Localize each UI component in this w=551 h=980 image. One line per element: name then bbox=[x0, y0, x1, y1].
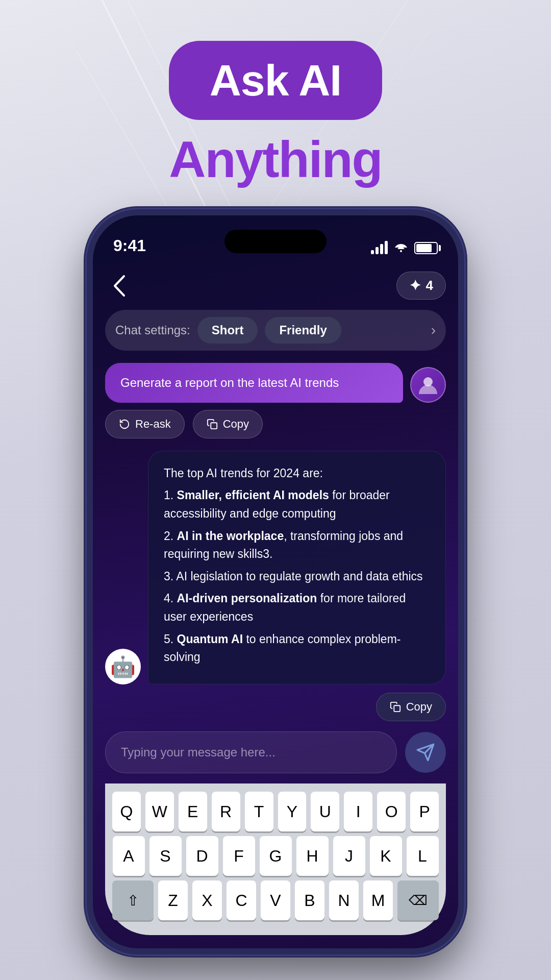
key-p[interactable]: P bbox=[410, 792, 439, 831]
dynamic-island bbox=[224, 230, 327, 253]
key-j[interactable]: J bbox=[333, 836, 365, 876]
key-c[interactable]: C bbox=[227, 880, 256, 920]
content-area: ✦ 4 Chat settings: Short Friendly › Gene… bbox=[93, 261, 458, 948]
sparkle-icon: ✦ bbox=[409, 277, 421, 294]
copy-button-bottom[interactable]: Copy bbox=[376, 693, 446, 721]
svg-rect-6 bbox=[211, 423, 217, 429]
key-u[interactable]: U bbox=[311, 792, 339, 831]
key-delete[interactable]: ⌫ bbox=[397, 880, 439, 920]
copy-button-top[interactable]: Copy bbox=[193, 410, 263, 438]
key-z[interactable]: Z bbox=[158, 880, 188, 920]
keyboard-row-1: Q W E R T Y U I O P bbox=[112, 792, 439, 831]
ai-response-area: 🤖 The top AI trends for 2024 are: 1. Sma… bbox=[105, 451, 446, 684]
user-message-area: Generate a report on the latest AI trend… bbox=[105, 363, 446, 403]
settings-chip-short[interactable]: Short bbox=[197, 317, 258, 344]
key-h[interactable]: H bbox=[296, 836, 329, 876]
top-row: ✦ 4 bbox=[105, 266, 446, 310]
key-g[interactable]: G bbox=[260, 836, 292, 876]
phone-container: 9:41 bbox=[0, 209, 551, 954]
input-placeholder: Typing your message here... bbox=[121, 745, 276, 759]
message-input[interactable]: Typing your message here... bbox=[105, 731, 397, 773]
keyboard: Q W E R T Y U I O P A S D bbox=[105, 783, 446, 935]
back-button[interactable] bbox=[105, 272, 133, 300]
key-l[interactable]: L bbox=[407, 836, 439, 876]
key-y[interactable]: Y bbox=[278, 792, 307, 831]
user-message-bubble: Generate a report on the latest AI trend… bbox=[105, 363, 403, 403]
key-w[interactable]: W bbox=[145, 792, 174, 831]
ai-response-item-5: 5. Quantum AI to enhance complex problem… bbox=[164, 630, 430, 667]
status-icons bbox=[371, 241, 438, 255]
battery-icon bbox=[414, 242, 438, 254]
key-x[interactable]: X bbox=[192, 880, 222, 920]
ai-avatar: 🤖 bbox=[105, 649, 141, 684]
ai-response-item-4: 4. AI-driven personalization for more ta… bbox=[164, 590, 430, 626]
ask-ai-badge: Ask AI bbox=[169, 41, 382, 120]
key-n[interactable]: N bbox=[329, 880, 359, 920]
keyboard-row-2: A S D F G H J K L bbox=[112, 836, 439, 876]
header-area: Ask AI Anything bbox=[0, 0, 551, 189]
ai-response-item-3: 3. AI legislation to regulate growth and… bbox=[164, 568, 430, 586]
key-b[interactable]: B bbox=[295, 880, 324, 920]
status-time: 9:41 bbox=[113, 236, 146, 255]
phone-frame: 9:41 bbox=[87, 209, 464, 954]
action-row: Re-ask Copy bbox=[105, 410, 446, 438]
key-t[interactable]: T bbox=[245, 792, 273, 831]
key-f[interactable]: F bbox=[223, 836, 255, 876]
chevron-right-icon: › bbox=[431, 322, 436, 338]
svg-rect-7 bbox=[394, 705, 400, 712]
user-avatar bbox=[410, 367, 446, 403]
signal-icon bbox=[371, 242, 388, 254]
settings-chip-friendly[interactable]: Friendly bbox=[265, 317, 341, 344]
ai-response-item-2: 2. AI in the workplace, transforming job… bbox=[164, 527, 430, 564]
send-button[interactable] bbox=[405, 732, 446, 773]
ai-response-bubble: The top AI trends for 2024 are: 1. Small… bbox=[148, 451, 446, 684]
key-a[interactable]: A bbox=[113, 836, 145, 876]
key-r[interactable]: R bbox=[212, 792, 240, 831]
ai-response-intro: The top AI trends for 2024 are: bbox=[164, 464, 430, 483]
key-q[interactable]: Q bbox=[112, 792, 141, 831]
ask-ai-title: Ask AI bbox=[210, 56, 341, 105]
chat-settings-label: Chat settings: bbox=[115, 323, 190, 337]
key-m[interactable]: M bbox=[363, 880, 393, 920]
ai-response-item-1: 1. Smaller, efficient AI models for broa… bbox=[164, 486, 430, 523]
reask-label: Re-ask bbox=[135, 418, 171, 431]
credits-badge[interactable]: ✦ 4 bbox=[396, 272, 446, 300]
key-shift[interactable]: ⇧ bbox=[112, 880, 154, 920]
chat-settings-bar[interactable]: Chat settings: Short Friendly › bbox=[105, 310, 446, 351]
copy-label-bottom: Copy bbox=[406, 700, 432, 714]
reask-button[interactable]: Re-ask bbox=[105, 410, 185, 438]
anything-subtitle: Anything bbox=[0, 130, 551, 189]
key-s[interactable]: S bbox=[149, 836, 182, 876]
keyboard-row-3: ⇧ Z X C V B N M ⌫ bbox=[112, 880, 439, 920]
credits-count: 4 bbox=[426, 278, 433, 293]
key-d[interactable]: D bbox=[186, 836, 218, 876]
phone-screen: 9:41 bbox=[93, 215, 458, 948]
key-e[interactable]: E bbox=[179, 792, 207, 831]
key-k[interactable]: K bbox=[370, 836, 402, 876]
key-v[interactable]: V bbox=[261, 880, 290, 920]
key-o[interactable]: O bbox=[377, 792, 406, 831]
input-bar: Typing your message here... bbox=[105, 731, 446, 773]
copy-label-top: Copy bbox=[223, 418, 249, 431]
wifi-icon bbox=[394, 241, 408, 255]
copy-btn-area: Copy bbox=[105, 693, 446, 721]
key-i[interactable]: I bbox=[344, 792, 372, 831]
